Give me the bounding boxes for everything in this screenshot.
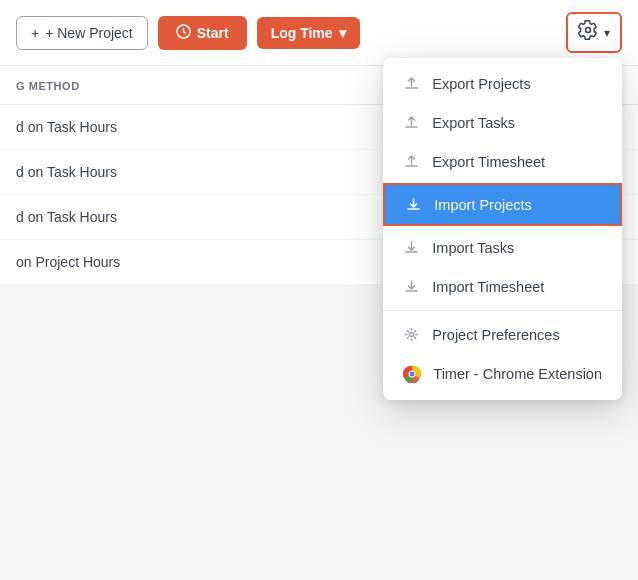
menu-item-label: Import Tasks	[432, 240, 514, 256]
menu-item-timer-chrome[interactable]: Timer - Chrome Extension	[383, 354, 622, 394]
log-time-label: Log Time	[271, 25, 333, 41]
log-time-button[interactable]: Log Time ▾	[257, 17, 360, 49]
menu-item-project-preferences[interactable]: Project Preferences	[383, 315, 622, 354]
settings-chevron: ▾	[604, 26, 610, 40]
menu-item-export-tasks[interactable]: Export Tasks	[383, 103, 622, 142]
menu-item-label: Project Preferences	[432, 327, 559, 343]
row-label: d on Task Hours	[16, 164, 117, 180]
log-time-chevron: ▾	[339, 25, 346, 41]
menu-item-export-projects[interactable]: Export Projects	[383, 64, 622, 103]
dropdown-menu: Export Projects Export Tasks Export Time…	[383, 58, 622, 400]
upload-icon	[403, 114, 420, 131]
upload-icon	[403, 153, 420, 170]
download-icon	[403, 239, 420, 256]
menu-item-import-projects[interactable]: Import Projects	[383, 183, 622, 226]
menu-item-import-tasks[interactable]: Import Tasks	[383, 228, 622, 267]
chrome-icon	[403, 365, 421, 383]
new-project-label: + New Project	[45, 25, 133, 41]
download-icon	[405, 196, 422, 213]
upload-icon	[403, 75, 420, 92]
gear-icon	[578, 20, 598, 45]
menu-item-export-timesheet[interactable]: Export Timesheet	[383, 142, 622, 181]
menu-item-import-timesheet[interactable]: Import Timesheet	[383, 267, 622, 306]
svg-point-6	[410, 372, 415, 377]
toolbar: + + New Project Start Log Time ▾ ▾	[0, 0, 638, 66]
row-label: d on Task Hours	[16, 209, 117, 225]
menu-item-label: Import Projects	[434, 197, 532, 213]
menu-item-label: Timer - Chrome Extension	[433, 366, 602, 382]
menu-item-label: Export Tasks	[432, 115, 515, 131]
menu-item-label: Export Projects	[432, 76, 530, 92]
start-button[interactable]: Start	[158, 16, 247, 50]
gear-icon	[403, 326, 420, 343]
menu-item-label: Import Timesheet	[432, 279, 544, 295]
settings-button[interactable]: ▾	[566, 12, 622, 53]
svg-point-1	[410, 333, 414, 337]
column-header: G METHOD	[16, 80, 80, 92]
menu-divider	[383, 310, 622, 311]
row-label: d on Task Hours	[16, 119, 117, 135]
new-project-button[interactable]: + + New Project	[16, 16, 148, 50]
clock-icon	[176, 24, 191, 42]
row-label: on Project Hours	[16, 254, 120, 270]
plus-icon: +	[31, 25, 39, 41]
start-label: Start	[197, 25, 229, 41]
download-icon	[403, 278, 420, 295]
menu-item-label: Export Timesheet	[432, 154, 545, 170]
